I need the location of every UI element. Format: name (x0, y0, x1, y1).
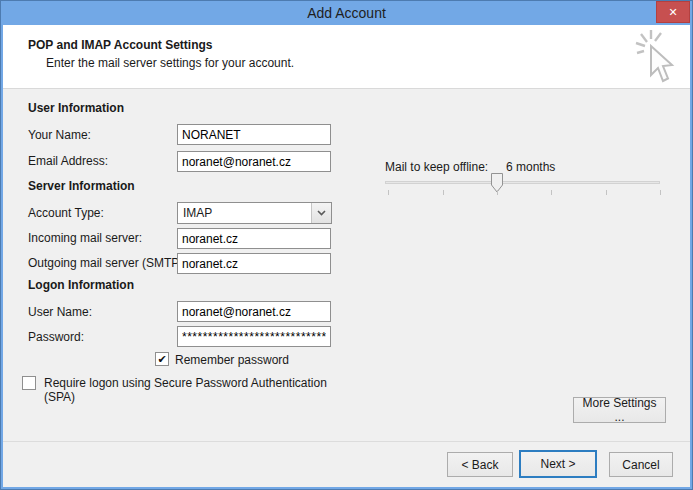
account-type-value: IMAP (178, 206, 311, 220)
email-address-label: Email Address: (28, 154, 108, 168)
slider-tick (551, 190, 552, 195)
outgoing-server-input[interactable] (177, 253, 331, 274)
password-input[interactable] (177, 326, 331, 347)
window-title: Add Account (307, 5, 386, 21)
account-type-label: Account Type: (28, 206, 104, 220)
user-name-label: User Name: (28, 305, 92, 319)
close-button[interactable]: ✕ (656, 1, 690, 23)
next-button[interactable]: Next > (519, 450, 597, 478)
your-name-input[interactable] (177, 124, 331, 145)
offline-slider-track[interactable] (385, 181, 660, 184)
close-icon: ✕ (668, 6, 677, 19)
slider-tick (606, 190, 607, 195)
spa-label: Require logon using Secure Password Auth… (44, 376, 344, 404)
section-logon-information: Logon Information (28, 278, 134, 292)
remember-password-checkbox[interactable]: ✔ (155, 352, 169, 366)
page-subtitle: Enter the mail server settings for your … (46, 56, 294, 70)
spa-checkbox[interactable] (22, 376, 36, 390)
page-title: POP and IMAP Account Settings (28, 38, 212, 52)
slider-tick (497, 190, 498, 195)
section-server-information: Server Information (28, 179, 135, 193)
click-cursor-icon (634, 29, 678, 87)
title-bar[interactable]: Add Account (0, 0, 693, 25)
more-settings-button[interactable]: More Settings ... (573, 397, 666, 423)
account-type-select[interactable]: IMAP (177, 202, 332, 224)
chevron-down-icon (317, 210, 326, 216)
back-button[interactable]: < Back (447, 452, 513, 477)
slider-tick (388, 190, 389, 195)
check-icon: ✔ (157, 353, 166, 366)
slider-tick (443, 190, 444, 195)
section-user-information: User Information (28, 101, 124, 115)
offline-slider-label: Mail to keep offline: (385, 160, 488, 174)
combo-dropdown-button[interactable] (311, 203, 331, 223)
outgoing-server-label: Outgoing mail server (SMTP): (28, 256, 187, 270)
wizard-header: POP and IMAP Account Settings Enter the … (3, 25, 690, 89)
password-label: Password: (28, 330, 84, 344)
offline-slider-value: 6 months (506, 160, 555, 174)
incoming-server-label: Incoming mail server: (28, 231, 142, 245)
slider-tick (660, 190, 661, 195)
email-address-input[interactable] (177, 151, 331, 172)
user-name-input[interactable] (177, 301, 331, 322)
add-account-dialog: Add Account ✕ POP and IMAP Account Setti… (0, 0, 693, 490)
cancel-button[interactable]: Cancel (609, 452, 673, 477)
incoming-server-input[interactable] (177, 228, 331, 249)
remember-password-label: Remember password (175, 353, 289, 367)
your-name-label: Your Name: (28, 128, 91, 142)
